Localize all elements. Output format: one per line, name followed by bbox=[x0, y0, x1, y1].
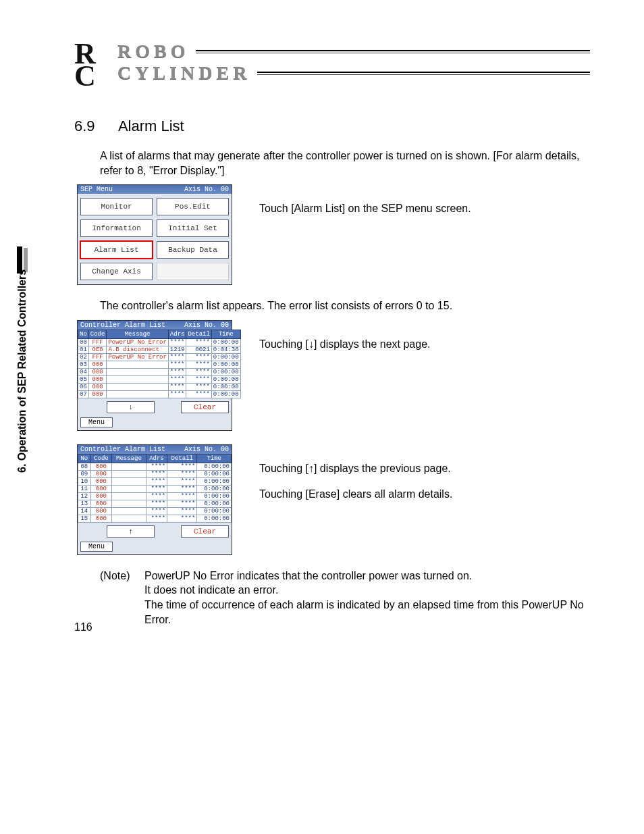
panel-title: Controller Alarm List bbox=[80, 446, 165, 453]
table-row: 14000********0:00:00 bbox=[78, 507, 232, 515]
cell: **** bbox=[146, 500, 167, 507]
page-down-button[interactable]: ↓ bbox=[107, 401, 155, 413]
step-2-caption: Touching [↓] displays the next page. bbox=[259, 320, 431, 353]
cell: 000 bbox=[88, 361, 107, 368]
table-row: 010E8A.B disconnect121900210:04:38 bbox=[78, 346, 241, 353]
cell: 0:00:00 bbox=[211, 383, 240, 390]
cell: **** bbox=[168, 361, 186, 368]
page-number: 116 bbox=[74, 621, 92, 633]
panel-axis: Axis No. 00 bbox=[184, 321, 229, 329]
sep-menu-button[interactable]: Pos.Edit bbox=[157, 198, 229, 215]
table-row: 09000********0:00:00 bbox=[78, 470, 232, 477]
step-3-caption-b: Touching [Erase] clears all alarm detail… bbox=[259, 486, 452, 502]
cell: 11 bbox=[78, 485, 91, 492]
note-label: (Note) bbox=[100, 569, 136, 627]
table-row: 04000********0:00:00 bbox=[78, 368, 241, 375]
column-header: Adrs bbox=[146, 454, 167, 463]
clear-button[interactable]: Clear bbox=[181, 525, 229, 538]
cell: 0:00:00 bbox=[197, 507, 232, 515]
column-header: Detail bbox=[186, 330, 211, 338]
cell: **** bbox=[167, 515, 197, 522]
intro-paragraph: A list of alarms that may generate after… bbox=[100, 149, 590, 178]
menu-button[interactable]: Menu bbox=[80, 417, 113, 427]
cell: 13 bbox=[78, 500, 91, 507]
cell: 1219 bbox=[168, 346, 186, 353]
cell: 000 bbox=[90, 492, 111, 500]
cell bbox=[107, 383, 168, 390]
table-row: 06000********0:00:00 bbox=[78, 383, 241, 390]
cell: 0:00:00 bbox=[197, 515, 232, 522]
panel-title: SEP Menu bbox=[80, 186, 113, 193]
cell: **** bbox=[167, 477, 197, 485]
cell: **** bbox=[186, 338, 211, 346]
cell: **** bbox=[186, 361, 211, 368]
cell: 0:00:00 bbox=[211, 375, 240, 383]
cell bbox=[107, 375, 168, 383]
cell: 14 bbox=[78, 507, 91, 515]
cell bbox=[112, 485, 146, 492]
cell: 06 bbox=[78, 383, 89, 390]
cell: **** bbox=[186, 390, 211, 398]
cell: FFF bbox=[88, 353, 107, 361]
header-rule bbox=[196, 50, 590, 53]
cell: 000 bbox=[90, 507, 111, 515]
cell: **** bbox=[168, 375, 186, 383]
cell: **** bbox=[146, 477, 167, 485]
alarm-list-screenshot-1: Controller Alarm List Axis No. 00 NoCode… bbox=[77, 320, 232, 431]
panel-axis: Axis No. 00 bbox=[184, 446, 229, 453]
sep-menu-button[interactable]: Monitor bbox=[80, 198, 153, 215]
cell: 000 bbox=[88, 383, 107, 390]
step-3-caption-a: Touching [↑] displays the previous page. bbox=[259, 461, 452, 477]
note-line: It does not indicate an error. bbox=[144, 583, 590, 598]
cell: 0:00:00 bbox=[197, 485, 232, 492]
table-row: 05000********0:00:00 bbox=[78, 375, 241, 383]
page-up-button[interactable]: ↑ bbox=[107, 525, 155, 538]
cell: 000 bbox=[90, 463, 111, 470]
cell: 0:00:00 bbox=[197, 492, 232, 500]
column-header: Time bbox=[211, 330, 240, 338]
cell: **** bbox=[168, 383, 186, 390]
cell: 000 bbox=[90, 470, 111, 477]
sep-menu-button[interactable]: Backup Data bbox=[157, 241, 229, 259]
cell: 000 bbox=[90, 515, 111, 522]
cell: **** bbox=[186, 383, 211, 390]
sep-menu-button[interactable]: Information bbox=[80, 219, 153, 237]
cell: **** bbox=[186, 375, 211, 383]
cell: **** bbox=[146, 515, 167, 522]
sep-menu-button[interactable]: Change Axis bbox=[80, 263, 153, 280]
mid-paragraph: The controller's alarm list appears. The… bbox=[100, 298, 590, 313]
sep-menu-button bbox=[157, 263, 229, 280]
cell: **** bbox=[186, 353, 211, 361]
section-heading: 6.9 Alarm List bbox=[74, 118, 590, 135]
cell: **** bbox=[167, 470, 197, 477]
menu-button[interactable]: Menu bbox=[80, 542, 113, 552]
clear-button[interactable]: Clear bbox=[181, 401, 229, 413]
cell: FFF bbox=[88, 338, 107, 346]
cell: 000 bbox=[90, 477, 111, 485]
cell bbox=[112, 507, 146, 515]
cell: **** bbox=[168, 390, 186, 398]
cell: 15 bbox=[78, 515, 91, 522]
sep-menu-button[interactable]: Initial Set bbox=[157, 219, 229, 237]
cell bbox=[112, 470, 146, 477]
cell: **** bbox=[168, 353, 186, 361]
column-header: Detail bbox=[167, 454, 197, 463]
cell: 03 bbox=[78, 361, 89, 368]
cell: 10 bbox=[78, 477, 91, 485]
cell: **** bbox=[146, 485, 167, 492]
note-line: PowerUP No Error indicates that the cont… bbox=[144, 569, 590, 583]
table-row: 12000********0:00:00 bbox=[78, 492, 232, 500]
table-row: 02FFFPowerUP No Error********0:00:00 bbox=[78, 353, 241, 361]
sep-menu-button[interactable]: Alarm List bbox=[80, 241, 153, 259]
column-header: No bbox=[78, 330, 89, 338]
cell: **** bbox=[167, 463, 197, 470]
column-header: No bbox=[78, 454, 91, 463]
cell: **** bbox=[146, 507, 167, 515]
cell bbox=[112, 463, 146, 470]
cell: **** bbox=[168, 368, 186, 375]
cell: 0:00:00 bbox=[211, 361, 240, 368]
section-title-text: Alarm List bbox=[118, 118, 184, 134]
cell: 000 bbox=[90, 485, 111, 492]
cell: 00 bbox=[78, 338, 89, 346]
cell: 0E8 bbox=[88, 346, 107, 353]
